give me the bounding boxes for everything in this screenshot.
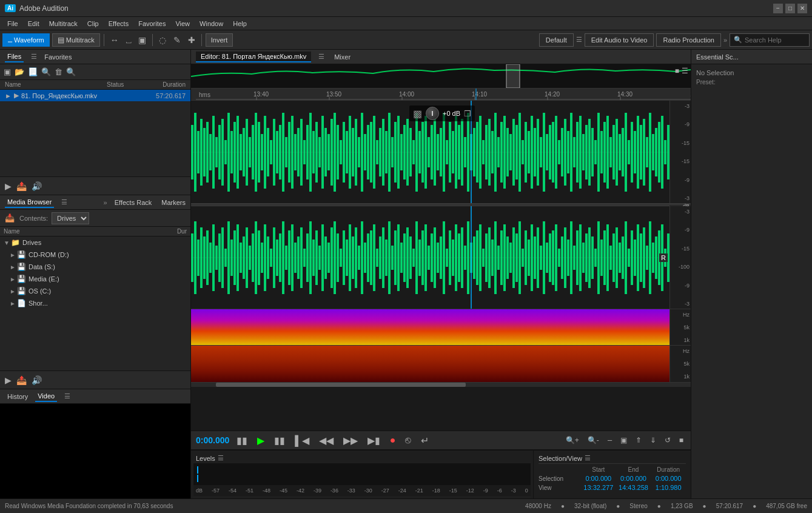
record-button[interactable]: ● <box>388 435 398 446</box>
tab-files[interactable]: Files <box>5 52 24 62</box>
view-duration-val[interactable]: 1:10.980 <box>651 484 686 491</box>
open-append-btn[interactable]: 📃 <box>27 66 39 78</box>
tab-video[interactable]: Video <box>35 391 57 402</box>
tab-favorites[interactable]: Favorites <box>42 52 74 62</box>
goto-end-button[interactable]: ▶▮ <box>365 435 383 446</box>
workspace-menu-icon[interactable]: ☰ <box>576 36 582 44</box>
files-loop-btn[interactable]: 🔊 <box>32 181 42 191</box>
multitrack-button[interactable]: ▤ Multitrack <box>52 33 100 47</box>
tree-item-cdrom[interactable]: ► 💾 CD-ROM (D:) <box>0 249 190 261</box>
markers-tab[interactable]: Markers <box>161 199 186 206</box>
new-session-btn[interactable]: ▣ <box>2 66 12 78</box>
zoom-out-time-btn[interactable]: 🔍- <box>585 436 602 444</box>
search-area[interactable]: 🔍 <box>730 33 810 47</box>
menu-edit[interactable]: Edit <box>23 19 44 29</box>
zoom-in-amp-btn[interactable]: ⇑ <box>633 436 644 444</box>
volume-knob[interactable] <box>426 107 439 120</box>
edit-audio-button[interactable]: Edit Audio to Video <box>585 33 654 47</box>
scrollbar-thumb[interactable] <box>216 383 466 387</box>
move-tool[interactable]: ↔ <box>108 33 121 47</box>
workspace-button[interactable]: Default <box>539 33 574 47</box>
view-end-val[interactable]: 14:43.258 <box>616 484 651 491</box>
reveal-btn[interactable]: 🔍 <box>40 66 52 78</box>
search-files-btn[interactable]: 🔍 <box>65 66 77 78</box>
sel-duration-val[interactable]: 0:00.000 <box>651 475 686 482</box>
close-button[interactable]: ✕ <box>797 4 807 13</box>
view-start-val[interactable]: 13:32.277 <box>581 484 616 491</box>
zoom-out-amp-btn[interactable]: ⇓ <box>648 436 659 444</box>
zoom-full-btn[interactable]: ⎼ <box>605 436 614 444</box>
tree-item-os[interactable]: ► 💾 OS (C:) <box>0 285 190 297</box>
minimize-button[interactable]: − <box>773 4 783 13</box>
selection-menu-icon[interactable]: ☰ <box>585 454 591 462</box>
menu-effects[interactable]: Effects <box>104 19 133 29</box>
media-menu-icon[interactable]: ☰ <box>61 198 67 206</box>
tree-drives-root[interactable]: ▼ 📁 Drives <box>0 236 190 249</box>
tab-history[interactable]: History <box>5 392 30 401</box>
lasso-tool[interactable]: ◌ <box>156 33 169 47</box>
loop-button[interactable]: ⎋ <box>403 435 414 446</box>
zoom-in-time-btn[interactable]: 🔍+ <box>563 436 582 444</box>
marquee-tool[interactable]: ▣ <box>136 33 149 47</box>
media-panel-expand-icon[interactable]: » <box>104 199 107 206</box>
zoom-sel-btn[interactable]: ▣ <box>618 436 629 444</box>
horizontal-scrollbar[interactable] <box>191 382 691 387</box>
vol-expand-btn[interactable]: ❒ <box>464 109 471 118</box>
more-workspaces-icon[interactable]: » <box>723 36 727 44</box>
stop-button[interactable]: ▮▮ <box>234 435 250 446</box>
files-play-btn[interactable]: ▶ <box>5 181 12 191</box>
tree-item-shortcuts[interactable]: ► 📄 Shor... <box>0 297 190 309</box>
svg-rect-270 <box>406 227 409 288</box>
menu-view[interactable]: View <box>170 19 195 29</box>
heal-tool[interactable]: ✚ <box>186 33 198 47</box>
editor-tab-menu[interactable]: ☰ <box>318 53 324 61</box>
delete-btn[interactable]: 🗑 <box>53 66 64 78</box>
contents-dropdown[interactable]: Drives <box>52 212 89 224</box>
rewind-button[interactable]: ◀◀ <box>317 435 336 446</box>
tab-editor[interactable]: Editor: 81. Портал ЯндексКью.mkv <box>196 52 311 62</box>
svg-rect-310 <box>528 240 530 276</box>
menu-window[interactable]: Window <box>195 19 228 29</box>
waveform-overview[interactable]: ■ ☰ <box>191 64 691 89</box>
tree-item-media[interactable]: ► 💾 Media (E:) <box>0 273 190 285</box>
sel-start-val[interactable]: 0:00.000 <box>581 475 616 482</box>
goto-start-button[interactable]: ▌◀ <box>292 435 311 446</box>
effects-rack-tab[interactable]: Effects Rack <box>115 199 152 206</box>
levels-menu-icon[interactable]: ☰ <box>218 454 224 462</box>
fast-forward-button[interactable]: ▶▶ <box>341 435 360 446</box>
menu-favorites[interactable]: Favorites <box>133 19 170 29</box>
files-export-btn[interactable]: 📤 <box>16 181 27 191</box>
time-select-tool[interactable]: ⎵ <box>124 33 133 47</box>
zoom-reset-btn[interactable]: ↺ <box>662 436 673 444</box>
menu-clip[interactable]: Clip <box>82 19 104 29</box>
search-input[interactable] <box>745 36 805 44</box>
play-button[interactable]: ▶ <box>255 435 267 446</box>
waveform-button[interactable]: ⎽ Waveform <box>2 33 50 47</box>
invert-button[interactable]: Invert <box>206 33 233 47</box>
fit-view-btn[interactable]: ■ <box>675 67 679 75</box>
media-play-btn[interactable]: ▶ <box>5 375 12 385</box>
video-menu-icon[interactable]: ☰ <box>64 392 70 400</box>
file-row[interactable]: ► ▶ 81. Пор_ЯндексКью.mkv 57:20.617 <box>0 90 190 101</box>
pause-button[interactable]: ▮▮ <box>272 435 287 446</box>
media-vol-btn[interactable]: 🔊 <box>32 375 42 385</box>
menu-help[interactable]: Help <box>228 19 252 29</box>
sel-end-val[interactable]: 0:00.000 <box>616 475 651 482</box>
essential-title: Essential Sc... <box>696 53 739 61</box>
return-on-play-button[interactable]: ↵ <box>418 435 431 446</box>
brush-tool[interactable]: ✎ <box>171 33 183 47</box>
tab-media-browser[interactable]: Media Browser <box>5 197 54 208</box>
maximize-button[interactable]: □ <box>785 4 795 13</box>
zoom-overview-btn[interactable]: ☰ <box>682 67 688 75</box>
radio-production-button[interactable]: Radio Production <box>656 33 720 47</box>
tree-item-data[interactable]: ► 💾 Data (S:) <box>0 261 190 273</box>
essential-sound-panel: Essential Sc... No Selection Preset: <box>691 50 812 498</box>
tab-mixer[interactable]: Mixer <box>329 52 355 62</box>
menu-file[interactable]: File <box>2 19 23 29</box>
media-import-btn[interactable]: 📥 <box>4 212 16 224</box>
media-export-btn[interactable]: 📤 <box>16 375 27 385</box>
menu-multitrack[interactable]: Multitrack <box>44 19 82 29</box>
zoom-out-full-btn[interactable]: ■ <box>677 436 686 444</box>
open-file-btn[interactable]: 📂 <box>13 66 25 78</box>
files-menu-icon[interactable]: ☰ <box>31 53 37 61</box>
